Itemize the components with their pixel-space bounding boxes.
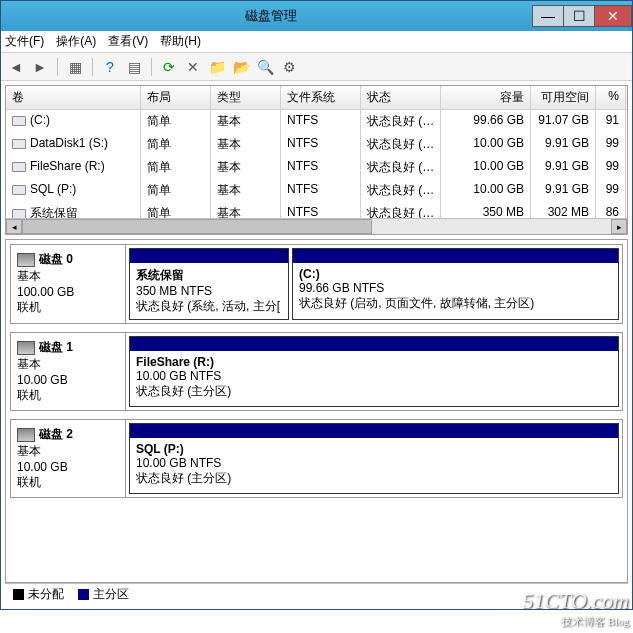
disk-icon [17,253,35,267]
disk-row: 磁盘 0基本100.00 GB联机系统保留350 MB NTFS状态良好 (系统… [10,244,623,324]
partition[interactable]: FileShare (R:)10.00 GB NTFS状态良好 (主分区) [129,336,619,407]
header-pct[interactable]: % [596,86,626,109]
close-button[interactable]: ✕ [594,5,632,27]
table-row[interactable]: FileShare (R:)简单基本NTFS状态良好 (…10.00 GB9.9… [6,156,627,179]
open-icon[interactable]: 📂 [232,58,250,76]
minimize-button[interactable]: — [532,5,564,27]
table-row[interactable]: 系统保留简单基本NTFS状态良好 (…350 MB302 MB86 [6,202,627,218]
partition[interactable]: SQL (P:)10.00 GB NTFS状态良好 (主分区) [129,423,619,494]
disk-info[interactable]: 磁盘 2基本10.00 GB联机 [11,420,126,497]
table-row[interactable]: (C:)简单基本NTFS状态良好 (…99.66 GB91.07 GB91 [6,110,627,133]
volume-icon [12,209,26,218]
volume-icon [12,185,26,195]
views-icon[interactable]: ▦ [66,58,84,76]
disk-icon [17,428,35,442]
legend: 未分配 主分区 [5,583,628,605]
table-row[interactable]: DataDisk1 (S:)简单基本NTFS状态良好 (…10.00 GB9.9… [6,133,627,156]
header-layout[interactable]: 布局 [141,86,211,109]
panel-icon[interactable]: ▤ [125,58,143,76]
folder-icon[interactable]: 📁 [208,58,226,76]
scroll-thumb[interactable] [22,219,372,234]
help-icon[interactable]: ? [101,58,119,76]
forward-icon[interactable]: ► [31,58,49,76]
partition-header [130,424,618,438]
header-free[interactable]: 可用空间 [531,86,596,109]
header-fs[interactable]: 文件系统 [281,86,361,109]
zoom-icon[interactable]: 🔍 [256,58,274,76]
delete-icon[interactable]: ✕ [184,58,202,76]
volume-icon [12,116,26,126]
disk-row: 磁盘 1基本10.00 GB联机FileShare (R:)10.00 GB N… [10,332,623,411]
menu-view[interactable]: 查看(V) [108,33,148,50]
disk-row: 磁盘 2基本10.00 GB联机SQL (P:)10.00 GB NTFS状态良… [10,419,623,498]
header-status[interactable]: 状态 [361,86,441,109]
properties-icon[interactable]: ⚙ [280,58,298,76]
scroll-right-icon[interactable]: ▸ [611,219,627,234]
disk-info[interactable]: 磁盘 1基本10.00 GB联机 [11,333,126,410]
menu-action[interactable]: 操作(A) [56,33,96,50]
header-volume[interactable]: 卷 [6,86,141,109]
legend-unallocated: 未分配 [13,586,64,603]
toolbar: ◄ ► ▦ ? ▤ ⟳ ✕ 📁 📂 🔍 ⚙ [1,53,632,81]
partition-header [130,337,618,351]
disk-icon [17,341,35,355]
scroll-left-icon[interactable]: ◂ [6,219,22,234]
volume-icon [12,139,26,149]
partition[interactable]: (C:)99.66 GB NTFS状态良好 (启动, 页面文件, 故障转储, 主… [292,248,619,320]
back-icon[interactable]: ◄ [7,58,25,76]
header-capacity[interactable]: 容量 [441,86,531,109]
horizontal-scrollbar[interactable]: ◂ ▸ [6,218,627,234]
refresh-icon[interactable]: ⟳ [160,58,178,76]
window-title: 磁盘管理 [9,7,533,25]
disk-graphical-view: 磁盘 0基本100.00 GB联机系统保留350 MB NTFS状态良好 (系统… [5,239,628,583]
volume-icon [12,162,26,172]
menu-help[interactable]: 帮助(H) [160,33,201,50]
volume-list: 卷 布局 类型 文件系统 状态 容量 可用空间 % (C:)简单基本NTFS状态… [5,85,628,235]
table-row[interactable]: SQL (P:)简单基本NTFS状态良好 (…10.00 GB9.91 GB99 [6,179,627,202]
table-header: 卷 布局 类型 文件系统 状态 容量 可用空间 % [6,86,627,110]
titlebar: 磁盘管理 — ☐ ✕ [1,1,632,31]
partition[interactable]: 系统保留350 MB NTFS状态良好 (系统, 活动, 主分[ [129,248,289,320]
menubar: 文件(F) 操作(A) 查看(V) 帮助(H) [1,31,632,53]
maximize-button[interactable]: ☐ [563,5,595,27]
header-type[interactable]: 类型 [211,86,281,109]
legend-primary: 主分区 [78,586,129,603]
disk-info[interactable]: 磁盘 0基本100.00 GB联机 [11,245,126,323]
menu-file[interactable]: 文件(F) [5,33,44,50]
partition-header [293,249,618,263]
partition-header [130,249,288,263]
